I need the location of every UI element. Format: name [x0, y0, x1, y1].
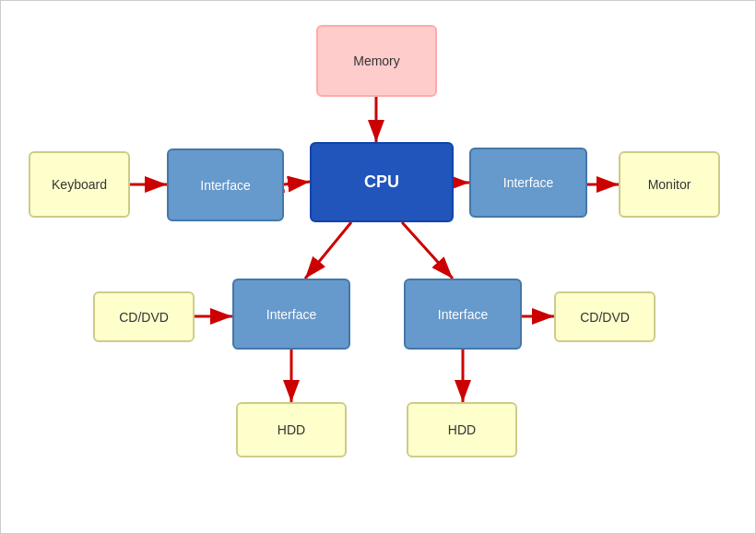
- interface-right-label: Interface: [503, 175, 553, 190]
- cddvd-right-label: CD/DVD: [580, 310, 630, 325]
- interface-bl-box: Interface: [232, 279, 350, 350]
- cddvd-left-label: CD/DVD: [119, 310, 169, 325]
- interface-left-label: Interface: [200, 178, 250, 193]
- hdd-right-box: HDD: [407, 402, 517, 457]
- memory-box: Memory: [316, 25, 437, 97]
- memory-label: Memory: [353, 53, 400, 68]
- monitor-box: Monitor: [619, 151, 720, 218]
- interface-right-box: Interface: [469, 148, 587, 218]
- cddvd-left-box: CD/DVD: [93, 291, 195, 342]
- svg-line-8: [305, 222, 351, 279]
- interface-left-box: Interface: [167, 148, 284, 221]
- cpu-box: CPU: [310, 142, 454, 222]
- svg-line-9: [402, 222, 453, 279]
- interface-br-box: Interface: [404, 279, 522, 350]
- monitor-label: Monitor: [648, 177, 691, 192]
- hdd-left-label: HDD: [278, 422, 305, 437]
- diagram-container: Memory CPU Interface Interface Interface…: [0, 0, 756, 534]
- cpu-label: CPU: [364, 172, 399, 192]
- interface-bl-label: Interface: [266, 307, 316, 322]
- svg-line-5: [284, 182, 310, 184]
- hdd-left-box: HDD: [236, 402, 347, 457]
- cddvd-right-box: CD/DVD: [554, 291, 656, 342]
- keyboard-box: Keyboard: [29, 151, 130, 218]
- hdd-right-label: HDD: [448, 422, 476, 437]
- interface-br-label: Interface: [438, 307, 488, 322]
- keyboard-label: Keyboard: [52, 177, 107, 192]
